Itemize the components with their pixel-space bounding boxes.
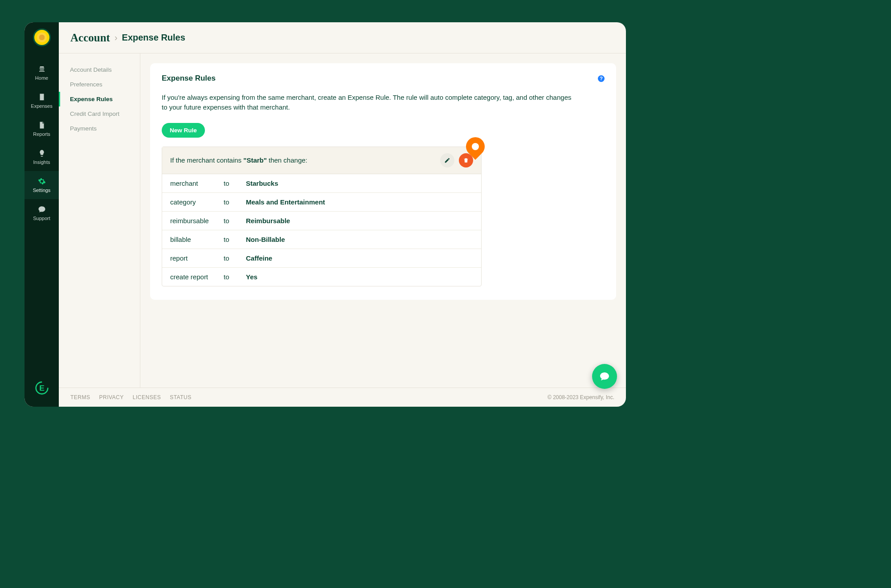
rail-label: Expenses — [31, 103, 52, 109]
subnav-item-preferences[interactable]: Preferences — [59, 77, 140, 92]
rule-field: reimbursable — [170, 217, 219, 225]
app-window: Home Expenses Reports Insights Settings … — [25, 22, 626, 407]
rule-field: billable — [170, 236, 219, 243]
rule-field: report — [170, 254, 219, 262]
chevron-right-icon: › — [114, 33, 118, 43]
receipt-icon — [38, 93, 46, 101]
breadcrumb-leaf: Expense Rules — [122, 33, 185, 43]
rule-field: create report — [170, 273, 219, 281]
nav-rail: Home Expenses Reports Insights Settings … — [25, 22, 59, 407]
rail-label: Home — [35, 75, 48, 81]
pencil-icon — [444, 157, 450, 163]
chat-bubble-icon — [599, 371, 610, 382]
rail-label: Support — [33, 216, 50, 221]
rail-item-support[interactable]: Support — [25, 199, 59, 227]
rule-header: If the merchant contains "Starb" then ch… — [162, 147, 481, 174]
footer-link-status[interactable]: STATUS — [170, 394, 192, 400]
footer-link-licenses[interactable]: LICENSES — [133, 394, 161, 400]
subnav-item-payments[interactable]: Payments — [59, 121, 140, 136]
topbar: Account › Expense Rules — [59, 22, 626, 53]
rule-value: Caffeine — [246, 254, 473, 262]
footer-link-terms[interactable]: TERMS — [70, 394, 90, 400]
rule-to-label: to — [224, 180, 241, 187]
expense-rules-card: Expense Rules ? If you're always expensi… — [150, 63, 616, 300]
document-icon — [38, 121, 46, 129]
subnav-label: Account Details — [70, 66, 112, 73]
expensify-e-icon[interactable]: E — [33, 379, 51, 397]
rule-to-label: to — [224, 273, 241, 281]
rule-row: categorytoMeals and Entertainment — [162, 193, 481, 212]
rule-row: billabletoNon-Billable — [162, 230, 481, 249]
rule-row: reimbursabletoReimbursable — [162, 212, 481, 230]
subnav-item-expense-rules[interactable]: Expense Rules — [59, 92, 140, 106]
chat-fab[interactable] — [592, 364, 617, 389]
rule-value: Meals and Entertainment — [246, 198, 473, 206]
rule-to-label: to — [224, 236, 241, 243]
new-rule-button[interactable]: New Rule — [162, 123, 205, 138]
rule-value: Yes — [246, 273, 473, 281]
rail-label: Insights — [33, 159, 50, 165]
rail-item-home[interactable]: Home — [25, 59, 59, 87]
rule-to-label: to — [224, 254, 241, 262]
lightbulb-icon — [38, 149, 46, 157]
subnav-item-account-details[interactable]: Account Details — [59, 62, 140, 77]
footer-copyright: © 2008-2023 Expensify, Inc. — [548, 394, 614, 400]
body: Account Details Preferences Expense Rule… — [59, 53, 626, 388]
rule-condition-suffix: then change: — [267, 156, 307, 164]
main-area: Account › Expense Rules Account Details … — [59, 22, 626, 407]
content-area: Expense Rules ? If you're always expensi… — [140, 53, 626, 388]
card-title: Expense Rules — [162, 74, 216, 83]
footer: TERMS PRIVACY LICENSES STATUS © 2008-202… — [59, 388, 626, 407]
trash-icon — [463, 157, 469, 163]
rule-value: Starbucks — [246, 180, 473, 187]
rail-label: Reports — [33, 131, 50, 137]
help-icon[interactable]: ? — [598, 75, 605, 82]
svg-text:E: E — [39, 384, 45, 392]
breadcrumb-root[interactable]: Account — [70, 32, 110, 44]
rail-label: Settings — [33, 188, 51, 193]
subnav-label: Expense Rules — [70, 96, 113, 102]
chat-icon — [38, 205, 46, 213]
footer-link-privacy[interactable]: PRIVACY — [99, 394, 124, 400]
rule-row: merchanttoStarbucks — [162, 174, 481, 193]
subnav-label: Payments — [70, 125, 97, 132]
rule-value: Non-Billable — [246, 236, 473, 243]
rail-item-settings[interactable]: Settings — [25, 171, 59, 199]
rule-card: If the merchant contains "Starb" then ch… — [162, 147, 482, 286]
edit-rule-button[interactable] — [440, 153, 454, 167]
rule-to-label: to — [224, 198, 241, 206]
subnav: Account Details Preferences Expense Rule… — [59, 53, 140, 388]
subnav-label: Preferences — [70, 81, 102, 88]
rule-field: category — [170, 198, 219, 206]
rule-value: Reimbursable — [246, 217, 473, 225]
rule-rows: merchanttoStarbuckscategorytoMeals and E… — [162, 174, 481, 286]
subnav-label: Credit Card Import — [70, 110, 119, 117]
gear-icon — [38, 177, 46, 185]
subnav-item-cc-import[interactable]: Credit Card Import — [59, 106, 140, 121]
card-description: If you're always expensing from the same… — [162, 93, 572, 112]
rule-field: merchant — [170, 180, 219, 187]
rule-to-label: to — [224, 217, 241, 225]
rule-condition-value: "Starb" — [243, 156, 267, 164]
footer-links: TERMS PRIVACY LICENSES STATUS — [70, 394, 192, 400]
rail-item-expenses[interactable]: Expenses — [25, 87, 59, 115]
rule-row: create reporttoYes — [162, 268, 481, 286]
app-logo[interactable] — [33, 29, 51, 46]
home-icon — [38, 65, 46, 73]
rule-condition-prefix: If the merchant contains — [170, 156, 243, 164]
rule-condition: If the merchant contains "Starb" then ch… — [170, 156, 307, 164]
rule-row: reporttoCaffeine — [162, 249, 481, 268]
rail-item-reports[interactable]: Reports — [25, 115, 59, 143]
rail-item-insights[interactable]: Insights — [25, 143, 59, 171]
